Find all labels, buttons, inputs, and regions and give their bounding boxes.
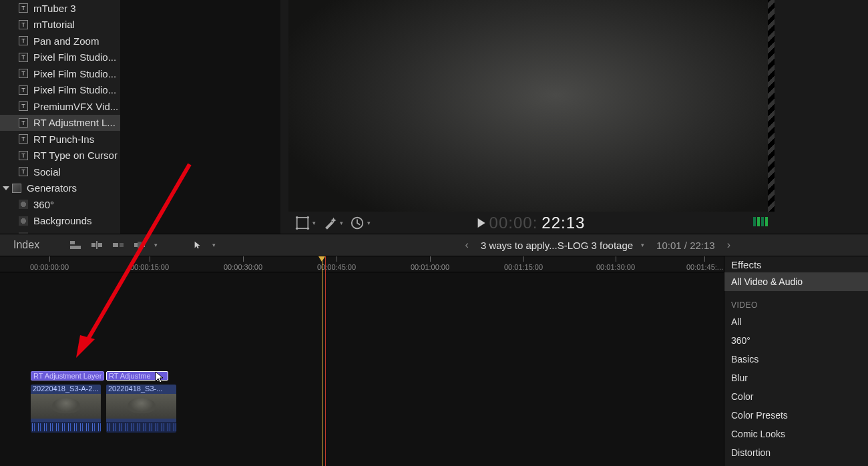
- project-position-label: 10:01 / 22:13: [656, 240, 715, 251]
- chevron-down-icon[interactable]: ▾: [367, 220, 371, 226]
- ruler-mark: 00:01:45:...: [686, 256, 723, 272]
- chevron-down-icon[interactable]: ▾: [312, 220, 316, 226]
- sidebar-item-title[interactable]: TSocial: [0, 164, 120, 180]
- sidebar-item-generator[interactable]: Elements: [0, 229, 120, 234]
- enhance-tool-button[interactable]: [322, 216, 337, 230]
- chevron-down-icon[interactable]: ▾: [212, 242, 216, 248]
- effects-category-item[interactable]: Comic Looks: [724, 425, 868, 443]
- ruler-label: 00:00:45:00: [317, 263, 356, 271]
- svg-rect-8: [91, 243, 95, 247]
- ruler-mark: 00:00:00:00: [30, 256, 69, 272]
- sidebar-item-title[interactable]: TPixel Film Studio...: [0, 82, 120, 99]
- sidebar-item-label: Social: [33, 166, 61, 178]
- insert-clip-icon[interactable]: [90, 240, 103, 250]
- timeline-ruler[interactable]: 00:00:00:0000:00:15:0000:00:30:0000:00:4…: [0, 256, 724, 272]
- sidebar-item-title[interactable]: TPremiumVFX Vid...: [0, 98, 120, 115]
- sidebar-item-title[interactable]: TRT Type on Cursor: [0, 148, 120, 164]
- timecode-prefix: 00:00:: [489, 214, 538, 232]
- transform-tool-button[interactable]: [295, 216, 310, 230]
- svg-point-3: [296, 227, 298, 230]
- ruler-label: 00:01:30:00: [596, 263, 635, 271]
- sidebar-item-title[interactable]: TRT Adjustment L...: [0, 115, 120, 132]
- index-button[interactable]: Index: [13, 239, 39, 251]
- title-icon: T: [19, 101, 28, 111]
- adjustment-layer-clip[interactable]: RT Adjustment Layer: [31, 371, 104, 381]
- generator-icon: [19, 200, 28, 209]
- svg-rect-10: [96, 241, 97, 249]
- ruler-mark: 00:01:15:00: [504, 256, 543, 272]
- disclosure-triangle-icon: [3, 186, 9, 190]
- clip-thumbnail: [31, 394, 101, 422]
- sidebar-item-title[interactable]: TPixel Film Studio...: [0, 65, 120, 82]
- skimmer: [325, 256, 326, 466]
- chevron-down-icon[interactable]: ▾: [340, 220, 343, 226]
- effects-category-item[interactable]: All: [724, 312, 868, 331]
- overwrite-clip-icon[interactable]: [133, 240, 146, 250]
- adjustment-layer-clip[interactable]: RT Adjustme: [106, 371, 168, 381]
- svg-rect-7: [70, 246, 81, 249]
- effects-category-item[interactable]: Basics: [724, 350, 868, 369]
- ruler-label: 00:01:15:00: [504, 263, 543, 271]
- chevron-down-icon[interactable]: ▾: [641, 242, 644, 248]
- sidebar-item-title[interactable]: TRT Punch-Ins: [0, 131, 120, 148]
- effects-category-item[interactable]: Color: [724, 387, 868, 406]
- sidebar-item-label: RT Adjustment L...: [33, 117, 116, 128]
- svg-point-1: [296, 216, 298, 218]
- svg-rect-14: [138, 242, 142, 248]
- next-edit-button[interactable]: ›: [723, 239, 734, 251]
- ruler-label: 00:01:45:...: [686, 263, 723, 271]
- effects-category-item[interactable]: Blur: [724, 369, 868, 387]
- connect-clip-icon[interactable]: [69, 240, 82, 250]
- sidebar-item-title[interactable]: TmTuber 3: [0, 0, 120, 17]
- play-button[interactable]: [478, 218, 485, 228]
- sidebar-item-generator[interactable]: 360°: [0, 196, 120, 213]
- sidebar-item-label: PremiumVFX Vid...: [33, 101, 118, 112]
- ruler-mark: 00:00:15:00: [130, 256, 169, 272]
- effects-group-label: VIDEO: [724, 291, 868, 312]
- title-icon: T: [19, 53, 28, 62]
- svg-rect-0: [297, 217, 308, 228]
- sidebar-group-label: Generators: [27, 182, 77, 194]
- video-clip[interactable]: 20220418_S3-...: [106, 385, 176, 433]
- sidebar-item-title[interactable]: TmTutorial: [0, 17, 120, 33]
- audio-meters: [753, 217, 768, 226]
- effects-category-selected[interactable]: All Video & Audio: [724, 272, 868, 291]
- sidebar-item-label: RT Punch-Ins: [33, 134, 94, 145]
- sidebar-item-label: Pixel Film Studio...: [33, 68, 116, 79]
- sidebar-item-label: Backgrounds: [33, 215, 92, 226]
- sidebar-item-label: mTutorial: [33, 19, 75, 30]
- sidebar-group-generators[interactable]: Generators: [0, 180, 120, 197]
- sidebar-item-label: RT Type on Cursor: [33, 150, 118, 161]
- effects-category-item[interactable]: Distortion: [724, 443, 868, 462]
- svg-rect-9: [98, 243, 102, 247]
- playhead[interactable]: [322, 256, 322, 466]
- effects-category-item[interactable]: Color Presets: [724, 406, 868, 425]
- timeline-area[interactable]: RT Adjustment LayerRT Adjustme20220418_S…: [0, 272, 724, 466]
- effects-category-item[interactable]: 360°: [724, 331, 868, 350]
- sidebar-item-title[interactable]: TPixel Film Studio...: [0, 49, 120, 66]
- video-clip[interactable]: 20220418_S3-A-2...: [31, 385, 101, 433]
- sidebar-item-label: Pan and Zoom: [33, 35, 99, 47]
- viewer-canvas[interactable]: [288, 0, 775, 212]
- sidebar-item-generator[interactable]: Backgrounds: [0, 213, 120, 230]
- title-icon: T: [19, 3, 28, 13]
- sidebar-item-title[interactable]: TPan and Zoom: [0, 33, 120, 49]
- clip-name-label: 20220418_S3-...: [106, 385, 176, 394]
- sidebar-item-label: 360°: [33, 199, 54, 210]
- prev-edit-button[interactable]: ‹: [461, 239, 473, 251]
- timecode-value: 22:13: [541, 214, 585, 232]
- title-icon: T: [19, 118, 28, 128]
- timeline-toolbar: Index ▾ ▾ ‹ 3 ways to apply...S-LOG 3 fo…: [0, 234, 868, 256]
- chevron-down-icon[interactable]: ▾: [154, 242, 158, 248]
- project-name-label[interactable]: 3 ways to apply...S-LOG 3 footage: [481, 240, 633, 251]
- title-icon: T: [19, 134, 28, 144]
- select-tool-button[interactable]: [191, 240, 204, 250]
- svg-point-4: [306, 227, 309, 230]
- clip-audio-waveform: [106, 422, 176, 433]
- title-icon: T: [19, 85, 28, 95]
- viewer-toolbar: ▾ ▾ ▾ 00:00:22:13: [288, 212, 775, 234]
- ruler-mark: 00:01:00:00: [411, 256, 449, 272]
- retime-tool-button[interactable]: [350, 216, 365, 230]
- append-clip-icon[interactable]: [112, 240, 125, 250]
- ruler-label: 00:00:00:00: [30, 263, 69, 271]
